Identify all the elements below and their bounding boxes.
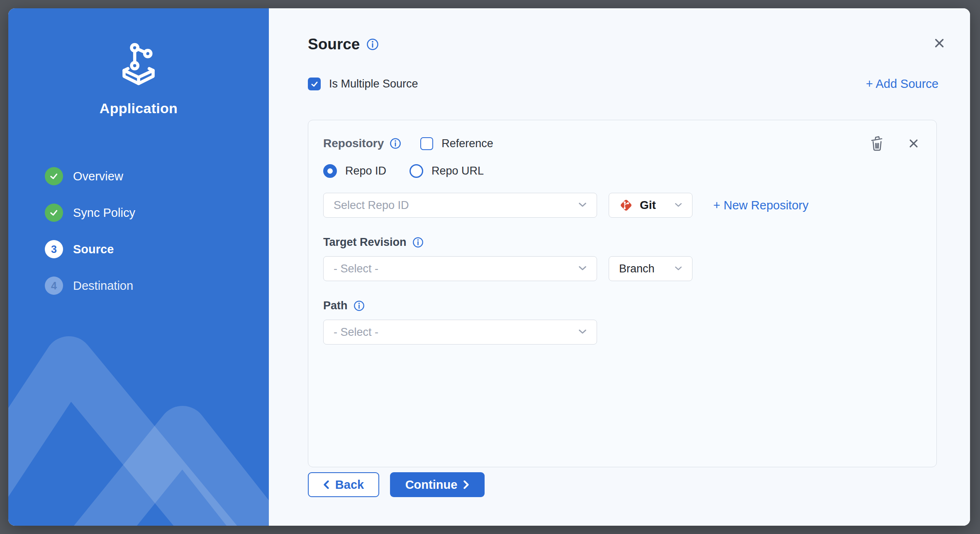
page-title: Source <box>308 36 360 53</box>
back-button[interactable]: Back <box>308 472 379 497</box>
step-label: Source <box>73 243 114 256</box>
step-number-badge: 4 <box>45 277 63 295</box>
check-circle-icon <box>45 167 63 185</box>
revision-type-select[interactable]: Branch <box>609 256 692 281</box>
new-repository-link[interactable]: + New Repository <box>713 199 809 212</box>
brand-watermark <box>8 327 269 526</box>
step-sync-policy[interactable]: Sync Policy <box>8 194 269 231</box>
repo-id-select-placeholder: Select Repo ID <box>334 199 409 212</box>
check-circle-icon <box>45 204 63 222</box>
chevron-down-icon <box>675 201 682 209</box>
chevron-right-icon <box>463 480 469 489</box>
repo-id-label: Repo ID <box>345 165 386 177</box>
git-icon <box>619 198 633 212</box>
reference-checkbox[interactable] <box>420 137 433 150</box>
step-label: Destination <box>73 279 133 293</box>
delete-source-button[interactable] <box>868 135 885 152</box>
repo-url-label: Repo URL <box>431 165 484 177</box>
source-step-panel: Source Is Multiple Source + Add Source R… <box>269 8 970 526</box>
back-button-label: Back <box>335 478 364 492</box>
step-label: Overview <box>73 170 123 183</box>
is-multiple-source-checkbox[interactable] <box>308 78 321 90</box>
info-icon[interactable] <box>390 138 401 149</box>
chevron-down-icon <box>578 201 587 209</box>
target-revision-select[interactable]: - Select - <box>323 256 597 281</box>
revision-type-value: Branch <box>619 262 655 275</box>
info-icon[interactable] <box>353 300 365 311</box>
reference-label: Reference <box>441 137 493 150</box>
repo-type-select[interactable]: Git <box>609 193 692 218</box>
repo-id-radio[interactable] <box>323 164 337 178</box>
step-label: Sync Policy <box>73 206 135 220</box>
step-source[interactable]: 3 Source <box>8 231 269 267</box>
chevron-left-icon <box>323 480 329 489</box>
application-git-box-icon <box>107 40 170 90</box>
repo-id-select[interactable]: Select Repo ID <box>323 193 597 218</box>
step-number-badge: 3 <box>45 240 63 258</box>
close-icon <box>907 137 920 150</box>
info-icon[interactable] <box>412 237 424 248</box>
source-repository-card: Repository Reference <box>308 120 937 467</box>
wizard-steps: Overview Sync Policy 3 Source 4 Destinat… <box>8 158 269 304</box>
info-icon[interactable] <box>366 38 379 51</box>
is-multiple-source-label: Is Multiple Source <box>329 78 418 90</box>
target-revision-label: Target Revision <box>323 236 407 249</box>
close-modal-button[interactable] <box>930 34 948 52</box>
wizard-sidebar: Application Overview Sync Policy 3 Sourc… <box>8 8 269 526</box>
repo-type-value: Git <box>640 199 656 212</box>
path-placeholder: - Select - <box>334 326 378 339</box>
chevron-down-icon <box>578 265 587 272</box>
trash-icon <box>868 135 885 152</box>
path-label: Path <box>323 299 348 312</box>
path-select[interactable]: - Select - <box>323 320 597 345</box>
repository-label: Repository <box>323 137 384 150</box>
target-revision-placeholder: - Select - <box>334 262 378 275</box>
add-source-link[interactable]: + Add Source <box>866 77 939 91</box>
repo-url-radio[interactable] <box>410 164 423 178</box>
remove-source-button[interactable] <box>907 137 920 150</box>
chevron-down-icon <box>578 328 587 336</box>
continue-button[interactable]: Continue <box>390 472 485 497</box>
wizard-title: Application <box>8 100 269 117</box>
step-destination[interactable]: 4 Destination <box>8 267 269 304</box>
continue-button-label: Continue <box>405 478 458 492</box>
chevron-down-icon <box>675 265 682 272</box>
application-wizard-modal: Application Overview Sync Policy 3 Sourc… <box>8 8 970 526</box>
step-overview[interactable]: Overview <box>8 158 269 194</box>
